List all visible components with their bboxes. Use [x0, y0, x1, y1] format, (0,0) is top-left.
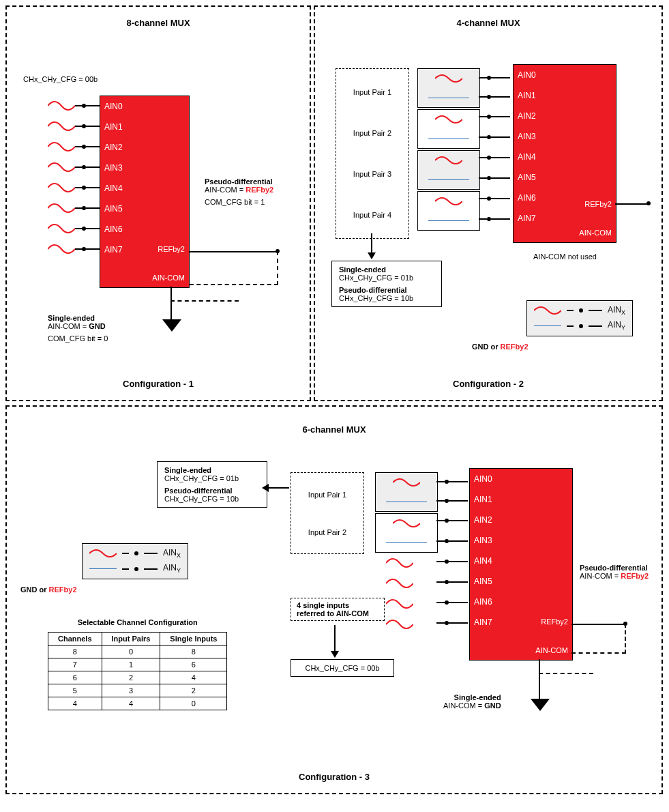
arrowhead-icon — [368, 252, 376, 259]
single-ended-note: Single-ended AIN-COM = GND — [443, 693, 501, 710]
pair-box — [417, 68, 480, 108]
pseudo-line1b: REFby2 — [621, 572, 649, 580]
mux-block-2: AIN0 AIN1 AIN2 AIN3 AIN4 AIN5 AIN6 AIN7 … — [513, 64, 616, 243]
pin-label: AIN1 — [104, 122, 123, 132]
legend-ainx: AINX — [163, 548, 181, 559]
td: 8 — [160, 646, 227, 658]
pin-label: AIN5 — [104, 204, 123, 214]
td: 8 — [48, 646, 102, 658]
se-head: Single-ended — [443, 693, 501, 701]
td: 0 — [160, 697, 227, 710]
box-se-reg: CHx_CHy_CFG = 01b — [164, 474, 260, 482]
box-se-reg: CHx_CHy_CFG = 01b — [339, 274, 434, 282]
arrow-line — [267, 487, 289, 489]
legend-gnd-ref: GND or REFby2 — [20, 585, 77, 594]
pin-label: AIN3 — [474, 536, 492, 545]
pin-ain3 — [48, 157, 100, 177]
td: 1 — [102, 658, 160, 671]
td: 2 — [102, 671, 160, 684]
pair-label: Input Pair 1 — [297, 491, 358, 499]
pin-label: AIN1 — [518, 91, 536, 100]
td: 7 — [48, 658, 102, 671]
pin-label: AIN7 — [104, 245, 123, 255]
pair-label: Input Pair 1 — [342, 88, 403, 96]
pin-label: AIN7 — [518, 214, 536, 223]
aincom-label: AIN-COM — [152, 274, 185, 282]
pin-label: AIN0 — [518, 70, 536, 80]
mux-block-1: AIN0 AIN1 AIN2 AIN3 AIN4 AIN5 AIN6 AIN7 … — [100, 96, 190, 288]
td: 4 — [48, 697, 102, 710]
td: 4 — [160, 671, 227, 684]
refby2-label: REFby2 — [158, 245, 185, 253]
mux-block-3: AIN0 AIN1 AIN2 AIN3 AIN4 AIN5 AIN6 AIN7 … — [469, 468, 573, 661]
box-se: Single-ended — [164, 466, 260, 474]
wire — [615, 203, 649, 205]
td: 5 — [48, 684, 102, 697]
table-title: Selectable Channel Configuration — [48, 618, 227, 626]
se-line1a: AIN-COM = — [443, 701, 484, 710]
wire-refby2 — [190, 251, 278, 252]
pseudo-diff-note: Pseudo-differential AIN-COM = REFby2 — [580, 564, 649, 580]
pin-label: AIN0 — [474, 474, 492, 484]
pin-label: AIN7 — [474, 618, 492, 627]
th: Channels — [48, 633, 102, 646]
wire-aincom — [539, 659, 540, 700]
pair-label: Input Pair 3 — [342, 170, 403, 178]
title-config3: 6-channel MUX — [18, 424, 651, 435]
input-pairs-box: Input Pair 1 Input Pair 2 Input Pair 3 I… — [336, 68, 409, 239]
pin-ain6 — [48, 218, 100, 239]
single-ended-note: Single-ended AIN-COM = GND COM_CFG bit =… — [48, 314, 108, 343]
pin-ain4 — [48, 177, 100, 198]
td: 4 — [102, 697, 160, 710]
aincom-label: AIN-COM — [579, 229, 612, 237]
pair-label: Input Pair 4 — [342, 211, 403, 219]
config-label-3: Configuration - 3 — [7, 772, 661, 782]
pin-label: AIN6 — [518, 193, 536, 203]
se-line2: COM_CFG bit = 0 — [48, 334, 108, 343]
legend-ainx: AINX — [608, 305, 625, 316]
pin-label: AIN2 — [474, 515, 492, 525]
pin-label: AIN6 — [474, 597, 492, 607]
pair-box — [375, 513, 438, 553]
arrowhead-icon — [262, 484, 269, 492]
box-pd: Pseudo-differential — [339, 286, 434, 294]
pseudo-diff-note: Pseudo-differential AIN-COM = REFby2 COM… — [205, 177, 273, 206]
panel-config1: 8-channel MUX CHx_CHy_CFG = 00b AIN0 AIN… — [5, 5, 311, 401]
legend-gnd-ref: GND or REFby2 — [472, 343, 529, 351]
refby2-label: REFby2 — [584, 200, 612, 208]
td: 2 — [160, 684, 227, 697]
dash-wire — [571, 652, 626, 654]
channel-table: Channels Input Pairs Single Inputs 808 7… — [48, 632, 227, 710]
cfg-box: Single-ended CHx_CHy_CFG = 01b Pseudo-di… — [157, 461, 267, 508]
td: 0 — [102, 646, 160, 658]
cfg-register-text: CHx_CHy_CFG = 00b — [23, 75, 98, 83]
se-line1b: GND — [89, 322, 105, 330]
input-pairs-box: Input Pair 1 Input Pair 2 — [291, 472, 364, 554]
pseudo-line1b: REFby2 — [246, 186, 273, 194]
pair-box — [417, 191, 480, 231]
dash-wire — [539, 673, 593, 674]
pair-label: Input Pair 2 — [342, 129, 403, 137]
pin-label: AIN4 — [104, 184, 123, 193]
panel-config2: 4-channel MUX Input Pair 1 Input Pair 2 … — [314, 5, 663, 401]
pair-label: Input Pair 2 — [297, 528, 358, 536]
legend-box: AINX AINY — [82, 543, 188, 579]
pin-label: AIN5 — [474, 577, 492, 586]
pseudo-head: Pseudo-differential — [205, 177, 273, 186]
single-reg-text: CHx_CHy_CFG = 00b — [305, 664, 379, 672]
pin-label: AIN4 — [474, 556, 492, 566]
box-pd-reg: CHx_CHy_CFG = 10b — [339, 294, 434, 302]
td: 6 — [48, 671, 102, 684]
se-head: Single-ended — [48, 314, 108, 322]
legend-box: AINX AINY — [526, 300, 633, 336]
title-config2: 4-channel MUX — [326, 18, 651, 28]
td: 3 — [102, 684, 160, 697]
config-label-1: Configuration - 1 — [7, 379, 310, 389]
arrowhead-icon — [331, 651, 339, 658]
pin-ain5 — [48, 198, 100, 218]
pin-label: AIN3 — [518, 132, 536, 141]
pair-box — [417, 109, 480, 149]
node-dot — [646, 201, 651, 205]
pin-label: AIN3 — [104, 163, 123, 173]
se-line1a: AIN-COM = — [48, 322, 89, 330]
